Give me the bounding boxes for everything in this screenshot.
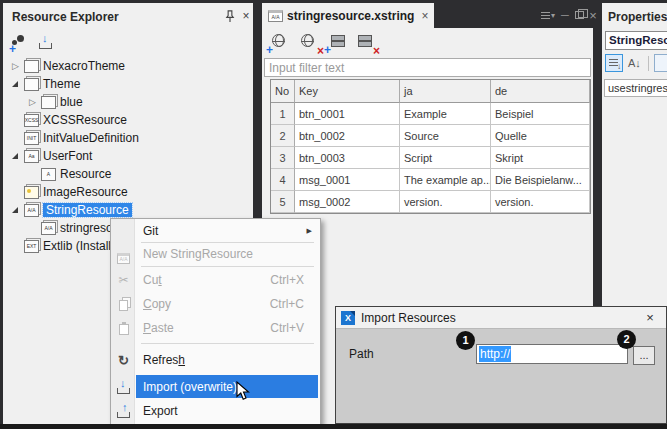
column-header-key[interactable]: Key: [295, 80, 400, 103]
menu-item-import-overwrite[interactable]: Import (overwrite): [136, 375, 318, 398]
tree-item-resource[interactable]: AResource: [5, 165, 251, 183]
grid-cell[interactable]: Source: [400, 125, 491, 147]
close-icon[interactable]: ×: [239, 9, 253, 23]
delete-language-icon[interactable]: ×: [299, 33, 319, 51]
add-language-icon[interactable]: +: [270, 33, 290, 51]
grid-cell[interactable]: Die Beispielanw...: [491, 169, 590, 191]
tree-item-userfont[interactable]: AaUserFont: [5, 147, 251, 165]
minimize-icon[interactable]: ─: [558, 8, 572, 22]
add-resource-icon[interactable]: +: [10, 34, 28, 51]
menu-item-label: New StringResource: [143, 247, 253, 261]
column-header-de[interactable]: de: [491, 80, 590, 103]
menu-item-git[interactable]: Git▶: [136, 221, 318, 241]
grid-cell[interactable]: Script: [400, 147, 491, 169]
menu-item-label: Refresh: [143, 353, 185, 367]
menu-item-label: Export: [143, 404, 178, 418]
expand-icon[interactable]: ▷: [8, 57, 23, 75]
menu-item-label: Git: [143, 224, 158, 238]
theme-icon: [41, 96, 56, 109]
grid-cell[interactable]: Skript: [491, 147, 590, 169]
collapse-icon[interactable]: [12, 81, 18, 87]
row-number-cell[interactable]: 3: [271, 147, 295, 169]
grid-cell[interactable]: btn_0003: [295, 147, 400, 169]
tab-strip: A/A stringresource.xstring × ▾ ─ ×: [262, 3, 593, 28]
delete-row-icon[interactable]: ×: [355, 33, 375, 51]
menu-item-export[interactable]: Export: [136, 400, 318, 422]
userfont-icon: Aa: [24, 150, 39, 163]
row-number-cell[interactable]: 1: [271, 103, 295, 125]
column-header-ja[interactable]: ja: [400, 80, 491, 103]
window-bottom-edge: [0, 424, 667, 429]
column-header-no[interactable]: No: [271, 80, 295, 103]
tab-list-dropdown-icon[interactable]: ▾: [541, 8, 555, 22]
menu-item-paste[interactable]: PasteCtrl+V: [136, 317, 318, 339]
grid-cell[interactable]: msg_0002: [295, 191, 400, 213]
filter-input[interactable]: [264, 58, 591, 77]
table-row: 1btn_0001ExampleBeispiel: [271, 103, 590, 125]
menu-item-cut[interactable]: CutCtrl+X: [136, 269, 318, 291]
categorized-view-icon[interactable]: [605, 54, 623, 72]
browse-button[interactable]: ...: [633, 346, 655, 365]
tab-close-icon[interactable]: ×: [421, 9, 428, 23]
grid-cell[interactable]: The example ap...: [400, 169, 491, 191]
tree-item-initvaluedefinition[interactable]: INITInitValueDefinition: [5, 129, 251, 147]
tree-item-label: ImageResource: [43, 185, 128, 199]
menu-item-copy[interactable]: CopyCtrl+C: [136, 293, 318, 315]
filter-view-icon[interactable]: [654, 54, 667, 72]
grid-cell[interactable]: version.: [491, 191, 590, 213]
grid-cell[interactable]: msg_0001: [295, 169, 400, 191]
row-number-cell[interactable]: 5: [271, 191, 295, 213]
alphabetical-sort-icon[interactable]: A↓: [628, 57, 641, 69]
import-icon[interactable]: ↓: [38, 35, 56, 52]
grid-cell[interactable]: Beispiel: [491, 103, 590, 125]
tab-stringresource[interactable]: A/A stringresource.xstring ×: [262, 3, 434, 28]
expand-icon[interactable]: ▷: [25, 93, 40, 111]
pin-icon-glyph: [225, 10, 235, 23]
menu-item-label: Cut: [143, 273, 162, 287]
grid-cell[interactable]: Example: [400, 103, 491, 125]
dialog-close-icon[interactable]: ×: [643, 311, 657, 325]
pin-icon[interactable]: [223, 9, 237, 23]
add-row-icon[interactable]: +: [328, 33, 348, 51]
properties-target-select[interactable]: StringResource: [605, 31, 667, 50]
tree-item-stringresource[interactable]: A/AStringResource: [5, 201, 251, 219]
resource-explorer-toolbar: + ↓: [3, 29, 253, 55]
table-row: 3btn_0003ScriptSkript: [271, 147, 590, 169]
cut-icon: ✂: [116, 273, 131, 287]
editor-close-icon[interactable]: ×: [586, 8, 600, 22]
collapse-icon[interactable]: [12, 207, 18, 213]
tree-item-label: blue: [60, 95, 83, 109]
row-number-cell[interactable]: 4: [271, 169, 295, 191]
tree-item-label: XCSSResource: [43, 113, 127, 127]
path-label: Path: [349, 347, 374, 361]
table-row: 4msg_0001The example ap...Die Beispielan…: [271, 169, 590, 191]
property-row[interactable]: usestringresource: [604, 79, 667, 97]
grid-cell[interactable]: Quelle: [491, 125, 590, 147]
tree-item-xcssresource[interactable]: XCSSXCSSResource: [5, 111, 251, 129]
grid-cell[interactable]: version.: [400, 191, 491, 213]
row-number-cell[interactable]: 2: [271, 125, 295, 147]
path-input[interactable]: http://: [476, 344, 628, 364]
tree-item-nexacrotheme[interactable]: ▷NexacroTheme: [5, 57, 251, 75]
toolbar-separator: [648, 56, 649, 71]
tree-item-blue[interactable]: ▷blue: [5, 93, 251, 111]
theme-icon: [24, 78, 39, 91]
resource-explorer-title: Resource Explorer: [12, 10, 119, 24]
menu-item-refresh[interactable]: Refresh: [136, 349, 318, 371]
import-resources-dialog: X Import Resources × Path http:// ...: [335, 306, 667, 424]
menu-item-new-stringresource[interactable]: New StringResource: [136, 244, 318, 264]
grid-cell[interactable]: btn_0002: [295, 125, 400, 147]
string-icon: A/A: [24, 204, 39, 217]
tree-item-theme[interactable]: Theme: [5, 75, 251, 93]
tree-item-imageresource[interactable]: ImageResource: [5, 183, 251, 201]
font-resource-icon: A: [41, 168, 56, 181]
restore-icon[interactable]: [572, 8, 586, 22]
ext-icon: EXT: [24, 240, 39, 253]
grid-cell[interactable]: btn_0001: [295, 103, 400, 125]
paste-icon: [116, 321, 131, 339]
menu-item-label: Copy: [143, 297, 171, 311]
collapse-icon[interactable]: [12, 153, 18, 159]
tree-item-label: UserFont: [43, 149, 92, 163]
menu-item-label: Import (overwrite): [143, 380, 237, 394]
tree-item-label: Theme: [43, 77, 80, 91]
